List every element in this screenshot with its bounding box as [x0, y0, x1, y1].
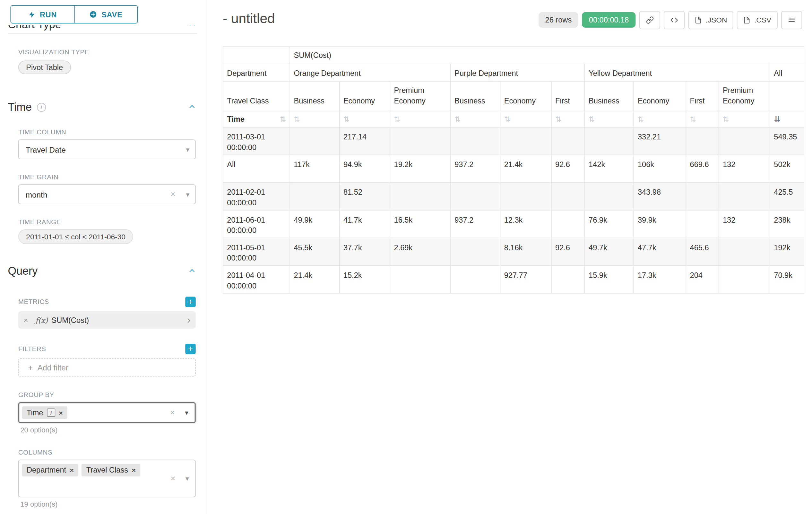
sort-icon[interactable]: ⇅: [690, 115, 696, 124]
visualization-type-label: VISUALIZATION TYPE: [18, 49, 197, 56]
view-query-button[interactable]: [664, 10, 685, 29]
columns-select[interactable]: Department × Travel Class × × ▾: [18, 460, 196, 497]
function-icon: ƒ(x): [35, 316, 48, 324]
pivot-class-header: Business: [290, 82, 339, 111]
pivot-sort-label-cell: Time⇅: [223, 111, 290, 127]
run-save-button-group: RUN SAVE: [10, 5, 138, 23]
pivot-cell: 937.2: [451, 210, 500, 238]
pivot-class-label: Travel Class: [223, 82, 290, 111]
metric-item[interactable]: × ƒ(x) SUM(Cost) ›: [18, 311, 196, 329]
run-button[interactable]: RUN: [11, 6, 74, 23]
pivot-sort-cell: ⇅: [290, 111, 339, 127]
pivot-cell: [451, 266, 500, 293]
export-csv-label: .CSV: [754, 16, 771, 24]
time-column-label: TIME COLUMN: [18, 129, 197, 136]
pivot-cell: 142k: [585, 155, 634, 183]
section-divider: [8, 33, 197, 34]
pivot-sort-row: Time⇅⇅⇅⇅⇅⇅⇅⇅⇅⇅⇅⇊: [223, 111, 804, 127]
time-grain-select[interactable]: month × ▾: [18, 184, 196, 204]
remove-chip-icon[interactable]: ×: [132, 466, 136, 474]
control-panel-scroll-area[interactable]: Chart Type VISUALIZATION TYPE Pivot Tabl…: [0, 0, 207, 514]
pivot-sort-cell: ⇅: [719, 111, 770, 127]
pivot-cell: 2.69k: [390, 238, 451, 266]
pivot-table-container: SUM(Cost)DepartmentOrange DepartmentPurp…: [223, 46, 804, 294]
time-column-value: Travel Date: [26, 145, 66, 154]
columns-chip-label: Travel Class: [86, 466, 128, 474]
time-section-title: Time: [8, 100, 32, 114]
pivot-cell: [719, 238, 770, 266]
export-csv-button[interactable]: .CSV: [737, 10, 777, 29]
sort-desc-icon[interactable]: ⇊: [774, 114, 780, 124]
pivot-cell: [500, 127, 551, 155]
sort-icon[interactable]: ⇅: [504, 115, 510, 124]
pivot-cell: 47.7k: [634, 238, 686, 266]
pivot-cell: 17.3k: [634, 266, 686, 293]
remove-chip-icon[interactable]: ×: [70, 466, 74, 474]
chart-result-panel: - untitled 26 rows 00:00:00.18 .JSON .CS…: [207, 0, 812, 514]
sort-icon[interactable]: ⇅: [294, 115, 300, 124]
add-metric-button[interactable]: +: [185, 297, 196, 307]
group-by-select[interactable]: Time i × × ▾: [18, 402, 196, 423]
pivot-cell: [390, 266, 451, 293]
sort-icon[interactable]: ⇅: [638, 115, 644, 124]
pivot-cell: 49.9k: [290, 210, 339, 238]
export-json-button[interactable]: .JSON: [689, 10, 733, 29]
remove-chip-icon[interactable]: ×: [59, 409, 63, 416]
pivot-cell: 21.4k: [290, 266, 339, 293]
add-filter-button[interactable]: +: [185, 344, 196, 354]
chevron-right-icon[interactable]: ›: [187, 315, 190, 325]
sort-icon[interactable]: ⇅: [280, 115, 286, 124]
pivot-row-label: All: [223, 155, 290, 183]
pivot-cell: 8.16k: [500, 238, 551, 266]
pivot-department-row: DepartmentOrange DepartmentPurple Depart…: [223, 64, 804, 82]
pivot-cell: [551, 266, 585, 293]
pivot-cell: [451, 183, 500, 210]
sidebar-sticky-header: RUN SAVE: [0, 0, 206, 25]
clear-icon[interactable]: ×: [170, 190, 175, 199]
pivot-sort-cell: ⇅: [340, 111, 390, 127]
copy-link-button[interactable]: [639, 10, 660, 29]
columns-chip[interactable]: Travel Class ×: [82, 464, 140, 477]
sort-icon[interactable]: ⇅: [589, 115, 595, 124]
pivot-cell: [290, 183, 339, 210]
pivot-cell: 549.35: [770, 127, 804, 155]
filters-label: FILTERS: [18, 345, 46, 353]
pivot-cell: [686, 127, 719, 155]
chart-title[interactable]: - untitled: [223, 10, 275, 27]
columns-chip[interactable]: Department ×: [22, 464, 78, 477]
save-button[interactable]: SAVE: [74, 6, 137, 23]
sort-icon[interactable]: ⇅: [394, 115, 400, 124]
sort-icon[interactable]: ⇅: [343, 115, 349, 124]
group-by-chip[interactable]: Time i ×: [22, 406, 67, 419]
clear-icon[interactable]: ×: [170, 474, 175, 483]
pivot-sort-cell: ⇅: [551, 111, 585, 127]
chevron-up-icon[interactable]: [188, 264, 196, 278]
sort-icon[interactable]: ⇅: [455, 115, 461, 124]
pivot-cell: 332.21: [634, 127, 686, 155]
pivot-cell: 238k: [770, 210, 804, 238]
time-column-select[interactable]: Travel Date ▾: [18, 139, 196, 159]
pivot-class-header: Business: [585, 82, 634, 111]
pivot-data-row: 2011-06-01 00:00:0049.9k41.7k16.5k937.21…: [223, 210, 804, 238]
pivot-cell: 92.6: [551, 238, 585, 266]
pivot-cell: [585, 127, 634, 155]
pivot-class-header: Premium Economy: [719, 82, 770, 111]
time-range-value[interactable]: 2011-01-01 ≤ col < 2011-06-30: [18, 229, 133, 244]
chevron-up-icon[interactable]: [188, 100, 196, 114]
pivot-cell: 37.7k: [340, 238, 390, 266]
explore-page: Chart Type VISUALIZATION TYPE Pivot Tabl…: [0, 0, 812, 514]
clear-icon[interactable]: ×: [170, 408, 175, 417]
add-filter-dropzone[interactable]: + Add filter: [18, 358, 196, 377]
pivot-cell: 16.5k: [390, 210, 451, 238]
more-menu-button[interactable]: [781, 10, 802, 29]
pivot-cell: [686, 210, 719, 238]
sort-icon[interactable]: ⇅: [555, 115, 561, 124]
chevron-down-icon: ▾: [186, 190, 190, 198]
group-by-options-count: 20 option(s): [20, 426, 197, 434]
remove-metric-icon[interactable]: ×: [23, 316, 28, 324]
columns-options-count: 19 option(s): [20, 501, 197, 508]
sort-icon[interactable]: ⇅: [723, 115, 729, 124]
pivot-cell: 106k: [634, 155, 686, 183]
visualization-type-value[interactable]: Pivot Table: [18, 61, 71, 74]
pivot-cell: 343.98: [634, 183, 686, 210]
